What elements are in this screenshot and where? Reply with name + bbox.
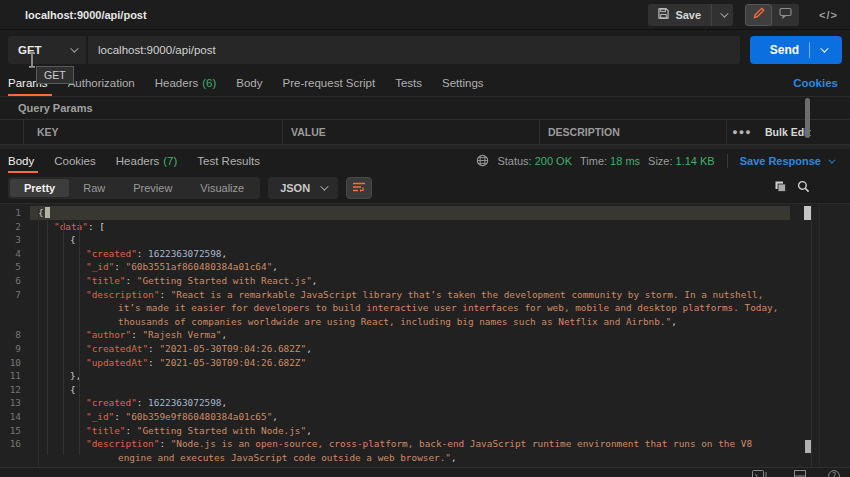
save-button-label: Save — [675, 9, 701, 21]
code-text: { — [30, 383, 790, 397]
code-line: 12{ — [0, 383, 850, 397]
indent-guide — [79, 221, 80, 455]
tab-pre-request-script[interactable]: Pre-request Script — [283, 70, 376, 96]
text-cursor-block — [45, 207, 50, 218]
method-select[interactable]: GET — [8, 36, 86, 64]
help-icon[interactable]: ? — [828, 470, 840, 477]
code-text: "updatedAt": "2021-05-30T09:04:26.682Z" — [30, 356, 790, 370]
chevron-down-icon — [70, 44, 78, 52]
view-mode-visualize[interactable]: Visualize — [186, 179, 258, 197]
tab-label: Headers — [116, 155, 159, 167]
panel-layout-icon[interactable] — [794, 470, 806, 477]
tab-label: Body — [236, 77, 262, 89]
tab-settings[interactable]: Settings — [442, 70, 484, 96]
column-header-key: KEY — [24, 120, 283, 144]
send-divider — [809, 42, 810, 58]
code-line: 7"description": "React is a remarkable J… — [0, 288, 850, 329]
request-bar: GET localhost:9000/api/post Send GET — [0, 30, 850, 70]
headers-count-badge: (6) — [202, 77, 216, 89]
response-toolbar: Pretty Raw Preview Visualize JSON — [0, 173, 850, 204]
tab-label: Test Results — [197, 155, 260, 167]
send-button[interactable]: Send — [750, 36, 842, 64]
request-tabs: Params Authorization Headers (6) Body Pr… — [0, 70, 850, 97]
wrap-lines-button[interactable] — [346, 177, 372, 199]
tab-label: Settings — [442, 77, 484, 89]
tab-tests[interactable]: Tests — [395, 70, 422, 96]
code-line: 14"_id": "60b359e9f860480384a01c65", — [0, 410, 850, 424]
line-number: 8 — [0, 328, 30, 342]
line-number: 1 — [0, 206, 30, 220]
tab-body[interactable]: Body — [236, 70, 262, 96]
line-number: 10 — [0, 356, 30, 370]
language-value: JSON — [280, 182, 310, 194]
edit-request-button[interactable] — [745, 4, 772, 26]
line-number: 14 — [0, 410, 30, 424]
line-number: 5 — [0, 260, 30, 274]
view-mode-pretty[interactable]: Pretty — [10, 179, 69, 197]
code-line: 8"author": "Rajesh Verma", — [0, 328, 850, 342]
url-value: localhost:9000/api/post — [98, 44, 216, 56]
line-number: 12 — [0, 383, 30, 397]
response-tab-test-results[interactable]: Test Results — [197, 149, 260, 173]
code-line: 9"createdAt": "2021-05-30T09:04:26.682Z"… — [0, 342, 850, 356]
language-select[interactable]: JSON — [268, 177, 338, 199]
save-response-label: Save Response — [740, 155, 821, 167]
code-text: "author": "Rajesh Verma", — [30, 328, 790, 342]
response-tab-headers[interactable]: Headers (7) — [116, 149, 178, 173]
line-number: 9 — [0, 342, 30, 356]
request-tab-title[interactable]: localhost:9000/api/post — [25, 9, 147, 21]
indent-guide — [63, 221, 64, 455]
code-line: 5"_id": "60b3551af860480384a01c64", — [0, 260, 850, 274]
comment-icon — [779, 7, 792, 22]
line-number: 3 — [0, 233, 30, 247]
tab-authorization[interactable]: Authorization — [68, 70, 135, 96]
tab-label: Headers — [155, 77, 198, 89]
status-bar: ? — [0, 467, 850, 477]
line-number: 7 — [0, 288, 30, 329]
response-tab-cookies[interactable]: Cookies — [54, 149, 96, 173]
copy-icon[interactable] — [774, 179, 787, 197]
save-button[interactable]: Save — [648, 4, 711, 26]
save-button-group: Save — [648, 4, 733, 26]
code-text: "_id": "60b359e9f860480384a01c65", — [30, 410, 790, 424]
column-header-description: DESCRIPTION — [540, 120, 727, 144]
search-icon[interactable] — [797, 179, 810, 197]
chevron-down-icon — [720, 9, 728, 17]
code-text: "description": "Node.js is an open-sourc… — [30, 437, 790, 464]
code-text: "created": 1622363072598, — [30, 396, 790, 410]
url-input[interactable]: localhost:9000/api/post — [88, 36, 740, 64]
view-mode-preview[interactable]: Preview — [119, 179, 186, 197]
code-line: 6"title": "Getting Started with React.js… — [0, 274, 850, 288]
code-snippet-button[interactable]: </> — [819, 9, 838, 21]
gutter-divider — [38, 204, 39, 467]
send-button-label: Send — [766, 43, 809, 57]
save-dropdown-button[interactable] — [711, 4, 733, 26]
comment-button[interactable] — [772, 4, 799, 26]
code-text: { — [30, 206, 790, 220]
scrollbar-thumb[interactable] — [804, 206, 811, 220]
code-text: "_id": "60b3551af860480384a01c64", — [30, 260, 790, 274]
line-number: 4 — [0, 247, 30, 261]
tab-label: Tests — [395, 77, 422, 89]
cookies-link[interactable]: Cookies — [793, 77, 838, 89]
titlebar-actions: Save </> — [648, 4, 838, 26]
view-mode-raw[interactable]: Raw — [69, 179, 119, 197]
divider — [727, 154, 728, 168]
line-number: 16 — [0, 437, 30, 464]
code-text: "data": [ — [30, 220, 790, 234]
line-number: 6 — [0, 274, 30, 288]
select-all-column[interactable] — [0, 120, 24, 144]
response-body-editor[interactable]: 1{2"data": [3{4"created": 1622363072598,… — [0, 204, 850, 467]
code-line: 13"created": 1622363072598, — [0, 396, 850, 410]
wrap-lines-icon — [352, 179, 366, 197]
more-options-icon[interactable]: ●●● — [727, 120, 757, 144]
response-panel: Body Cookies Headers (7) Test Results St… — [0, 145, 850, 467]
scrollbar-thumb[interactable] — [805, 98, 810, 138]
bulk-edit-button[interactable]: Bulk Edit — [757, 120, 811, 144]
tab-headers[interactable]: Headers (6) — [155, 70, 217, 96]
code-text: "created": 1622363072598, — [30, 247, 790, 261]
save-response-button[interactable]: Save Response — [740, 155, 833, 167]
console-icon[interactable] — [752, 470, 772, 477]
postman-app: localhost:9000/api/post Save — [0, 0, 850, 477]
response-tab-body[interactable]: Body — [8, 149, 34, 173]
